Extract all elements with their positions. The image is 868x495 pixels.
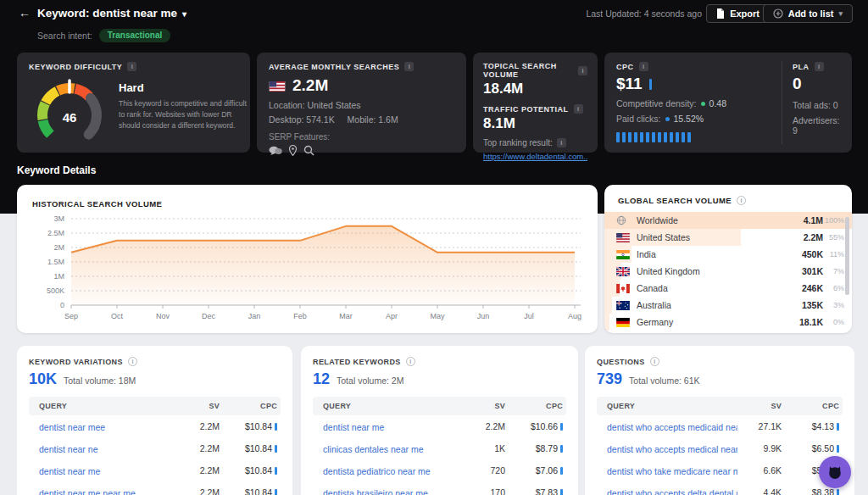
country-name: United Kingdom bbox=[637, 266, 802, 276]
query-link[interactable]: dentist near mee bbox=[39, 422, 105, 432]
chat-bubbles-icon[interactable] bbox=[269, 146, 282, 156]
svg-text:1.5M: 1.5M bbox=[47, 258, 64, 266]
last-updated-text: Last Updated: 4 seconds ago bbox=[586, 8, 702, 19]
query-link[interactable]: clinicas dentales near me bbox=[323, 444, 423, 454]
country-volume: 301K bbox=[802, 266, 823, 276]
cpc-cell: $10.84 bbox=[220, 421, 281, 431]
table-row: dentist near mee2.2M$10.84 bbox=[29, 415, 281, 437]
query-link[interactable]: dentist near me bbox=[323, 422, 384, 432]
historical-volume-chart: 0500K1M1.5M2M2.5M3MSepOctNovDecJanFebMar… bbox=[25, 210, 590, 329]
sv-cell: 2.2M bbox=[175, 421, 220, 431]
flag-icon-gb bbox=[616, 267, 630, 276]
cpc-cell: $10.84 bbox=[220, 443, 281, 453]
cpc-bars-chart bbox=[616, 132, 782, 142]
query-link[interactable]: dentist near me bbox=[39, 466, 100, 476]
scrollbar-thumb[interactable] bbox=[845, 217, 849, 295]
query-link[interactable]: dentista pediatrico near me bbox=[323, 466, 431, 476]
keyword-details-title: Keyword Details bbox=[17, 164, 96, 176]
table-row: dentist who accepts medical near me9.9K$… bbox=[597, 437, 843, 459]
svg-text:2.5M: 2.5M bbox=[47, 229, 64, 237]
table-body: dentist who accepts medicaid near me27.1… bbox=[597, 415, 843, 495]
info-icon[interactable]: i bbox=[650, 357, 659, 366]
sv-cell: 9.9K bbox=[737, 443, 782, 453]
svg-text:Apr: Apr bbox=[386, 312, 398, 320]
table-header: QUERY SV CPC bbox=[597, 397, 843, 415]
query-cell: dentist who accepts medicaid near me bbox=[597, 419, 737, 434]
page-title[interactable]: Keyword: dentist near me▾ bbox=[37, 7, 186, 19]
cpc-bar-icon bbox=[560, 489, 563, 495]
cpc-bar-icon bbox=[837, 489, 839, 495]
query-cell: dentist who accepts medical near me bbox=[597, 441, 737, 456]
add-to-list-button[interactable]: Add to list ▾ bbox=[763, 4, 853, 23]
back-icon[interactable]: ← bbox=[19, 6, 31, 19]
svg-text:3M: 3M bbox=[53, 214, 64, 223]
globe-icon bbox=[616, 215, 630, 225]
related-keywords-count[interactable]: 12 bbox=[313, 370, 330, 388]
traffic-potential-value: 8.1M bbox=[483, 115, 587, 132]
top-ranking-link[interactable]: https://www.deltadental.com... bbox=[483, 152, 587, 161]
difficulty-description: This keyword is competitive and difficul… bbox=[119, 98, 248, 131]
cpc-column-header: CPC bbox=[220, 402, 281, 410]
country-volume: 18.1K bbox=[799, 317, 823, 327]
info-icon[interactable]: i bbox=[574, 104, 583, 114]
query-link[interactable]: dentist near ne bbox=[39, 444, 97, 454]
cpc-bar-icon bbox=[837, 445, 839, 453]
query-link[interactable]: dentist who accepts delta dental near me bbox=[607, 488, 737, 495]
table-row: dentist near me near me2.2M$10.84 bbox=[29, 481, 281, 495]
info-icon[interactable]: i bbox=[406, 357, 415, 366]
info-icon[interactable]: i bbox=[639, 62, 648, 71]
map-pin-icon[interactable] bbox=[289, 145, 297, 156]
country-percent: 55% bbox=[822, 233, 844, 242]
query-cell: dentist near mee bbox=[29, 419, 175, 434]
export-button[interactable]: Export bbox=[706, 4, 770, 23]
query-column-header: QUERY bbox=[597, 402, 737, 410]
related-keywords-panel: RELATED KEYWORDS i 12 Total volume: 2M Q… bbox=[301, 346, 578, 495]
table-row: dentista pediatrico near me720$7.06 bbox=[313, 459, 566, 481]
global-volume-card: GLOBAL SEARCH VOLUME i Worldwide4.1M100%… bbox=[604, 185, 852, 333]
cpc-cell: $10.84 bbox=[220, 487, 281, 495]
svg-text:2M: 2M bbox=[53, 243, 64, 252]
search-intent-badge[interactable]: Transactional bbox=[99, 29, 170, 42]
country-name: United States bbox=[637, 232, 804, 242]
cpc-bar-icon bbox=[649, 79, 652, 90]
info-icon[interactable]: i bbox=[127, 62, 136, 71]
document-icon bbox=[716, 8, 725, 19]
keyword-variations-count[interactable]: 10K bbox=[29, 370, 57, 388]
paid-clicks-value: 15.52% bbox=[674, 114, 704, 124]
svg-text:1M: 1M bbox=[53, 272, 64, 281]
table-body: dentist near mee2.2M$10.84dentist near n… bbox=[29, 415, 281, 495]
info-icon[interactable]: i bbox=[737, 196, 746, 205]
search-intent-row: Search intent: Transactional bbox=[37, 29, 170, 42]
table-header: QUERY SV CPC bbox=[29, 397, 281, 415]
global-volume-row: Australia135K3% bbox=[604, 297, 852, 314]
monthly-searches-card: AVERAGE MONTHLY SEARCHES i 2.2M Location… bbox=[257, 53, 466, 153]
top-bar: ← Keyword: dentist near me▾ Last Updated… bbox=[0, 0, 868, 27]
chevron-down-icon: ▾ bbox=[182, 9, 186, 19]
chat-widget-button[interactable] bbox=[819, 456, 851, 488]
info-icon[interactable]: i bbox=[557, 138, 566, 147]
global-volume-row: Germany18.1K0% bbox=[604, 314, 852, 331]
questions-count[interactable]: 739 bbox=[597, 370, 622, 388]
table-row: dentist near me2.2M$10.66 bbox=[313, 415, 566, 437]
magnifier-icon[interactable] bbox=[303, 145, 314, 156]
query-link[interactable]: dentist who take medicare near me bbox=[607, 466, 737, 476]
info-icon[interactable]: i bbox=[815, 62, 824, 71]
topical-volume-value: 18.4M bbox=[483, 81, 587, 97]
country-volume: 4.1M bbox=[804, 215, 823, 225]
serp-features-label: SERP Features: bbox=[269, 132, 454, 142]
info-icon[interactable]: i bbox=[128, 357, 137, 366]
cpc-pla-card: CPC i $11 Competitive density: 0.48 Paid… bbox=[604, 53, 852, 153]
svg-text:Feb: Feb bbox=[293, 312, 307, 320]
cpc-bar-icon bbox=[837, 423, 839, 431]
query-link[interactable]: dentist who accepts medical near me bbox=[607, 444, 737, 454]
info-icon[interactable]: i bbox=[404, 62, 414, 71]
query-link[interactable]: dentista brasileiro near me bbox=[323, 488, 428, 495]
questions-total: Total volume: 61K bbox=[629, 375, 699, 386]
svg-text:Dec: Dec bbox=[202, 312, 216, 320]
svg-text:Nov: Nov bbox=[156, 312, 170, 320]
sv-cell: 2.2M bbox=[175, 443, 220, 453]
info-icon[interactable]: i bbox=[578, 66, 587, 75]
query-link[interactable]: dentist who accepts medicaid near me bbox=[607, 422, 737, 432]
sv-cell: 720 bbox=[461, 465, 505, 476]
query-link[interactable]: dentist near me near me bbox=[39, 488, 136, 495]
